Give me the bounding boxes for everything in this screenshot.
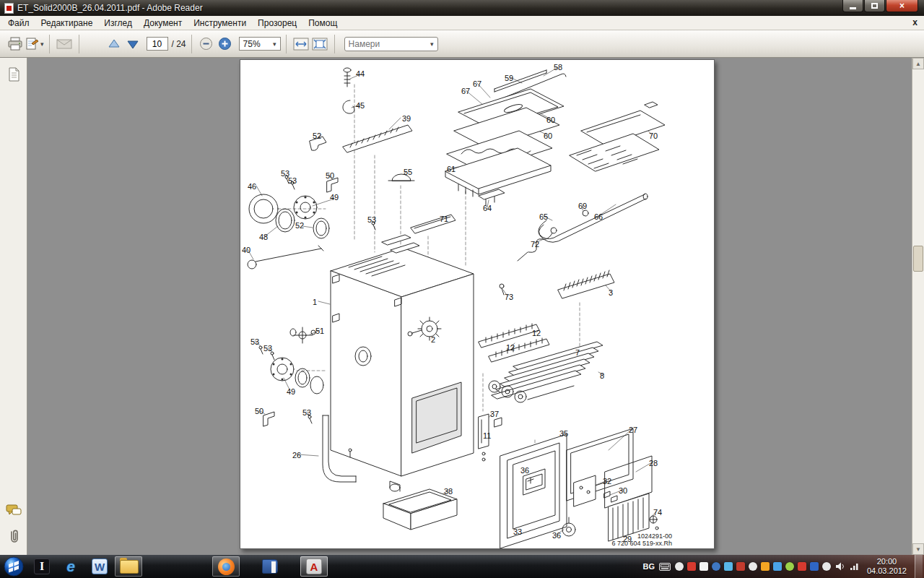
- tray-icon-9[interactable]: [773, 562, 782, 571]
- tray-icon-3[interactable]: [699, 562, 708, 571]
- part-label-48: 48: [259, 233, 268, 241]
- fit-page-icon: [312, 37, 328, 51]
- part-label-52: 52: [295, 222, 304, 230]
- start-button[interactable]: [0, 556, 27, 577]
- taskbar-app-adobe-reader[interactable]: A: [300, 556, 328, 577]
- windows-orb-icon: [4, 556, 24, 577]
- scrollbar-thumb[interactable]: [913, 246, 923, 272]
- volume-icon[interactable]: [835, 562, 845, 571]
- document-viewer[interactable]: 4445395253535055464953524840715859676760…: [0, 58, 924, 555]
- zoom-out-button[interactable]: [197, 34, 216, 54]
- part-label-7: 7: [575, 349, 580, 357]
- page-down-icon: [126, 38, 140, 51]
- previous-page-button[interactable]: [105, 34, 123, 54]
- part-label-11: 11: [483, 432, 491, 440]
- taskbar-app-explorer[interactable]: [115, 556, 142, 577]
- minimize-button[interactable]: [842, 0, 863, 12]
- part-label-32: 32: [603, 478, 611, 486]
- taskbar-app-internet-explorer[interactable]: e: [57, 556, 84, 577]
- tray-icon-6[interactable]: [736, 562, 745, 571]
- part-label-72: 72: [531, 241, 539, 249]
- language-indicator[interactable]: BG: [642, 562, 655, 571]
- next-page-button[interactable]: [123, 34, 142, 54]
- part-label-2: 2: [431, 336, 435, 344]
- comments-panel-icon[interactable]: [4, 501, 23, 520]
- clock-date: 04.03.2012: [867, 566, 907, 576]
- part-label-44: 44: [356, 70, 365, 78]
- pdf-page[interactable]: 4445395253535055464953524840715859676760…: [240, 59, 715, 549]
- tray-icon-7[interactable]: [749, 562, 757, 571]
- scroll-up-button[interactable]: ▲: [912, 58, 924, 69]
- fit-width-button[interactable]: [292, 34, 310, 54]
- attachments-panel-icon[interactable]: [4, 527, 23, 546]
- network-icon[interactable]: [850, 562, 860, 571]
- part-label-45: 45: [356, 102, 365, 110]
- tray-icon-1[interactable]: [675, 562, 684, 571]
- page-thumbnails-icon[interactable]: [4, 65, 23, 84]
- part-label-49: 49: [330, 194, 339, 202]
- part-label-73: 73: [505, 293, 513, 301]
- tray-icon-11[interactable]: [798, 562, 806, 571]
- part-label-50: 50: [255, 407, 263, 415]
- email-icon: [56, 38, 72, 50]
- tray-icon-5[interactable]: [724, 562, 733, 571]
- save-icon: [25, 37, 39, 51]
- keyboard-layout-icon[interactable]: [659, 563, 671, 571]
- zoom-in-button[interactable]: [216, 34, 235, 54]
- part-label-60: 60: [546, 116, 555, 124]
- part-label-12: 12: [506, 344, 515, 352]
- part-label-26: 26: [292, 452, 301, 460]
- search-caret-icon: ▾: [430, 40, 434, 48]
- taskbar: I e W A BG 20:00 04.03.2012: [0, 555, 924, 578]
- menu-window[interactable]: Прозорец: [252, 17, 302, 30]
- tray-icon-12[interactable]: [810, 562, 819, 571]
- part-label-65: 65: [539, 213, 548, 221]
- part-label-53: 53: [288, 177, 297, 185]
- menu-tools[interactable]: Инструменти: [188, 17, 252, 30]
- taskbar-app-reader-library[interactable]: [256, 556, 284, 577]
- tray-icon-10[interactable]: [785, 562, 794, 571]
- drawing-number: 1024291-00 6 720 604 519-xx.Rh: [611, 532, 672, 547]
- part-label-36: 36: [520, 467, 529, 475]
- save-copy-button[interactable]: ▾: [25, 34, 44, 54]
- close-icon: ×: [899, 1, 905, 11]
- part-label-51: 51: [315, 327, 324, 335]
- menu-view[interactable]: Изглед: [98, 17, 138, 30]
- part-label-59: 59: [505, 74, 513, 82]
- scroll-up-icon: ▲: [915, 61, 921, 67]
- menu-file[interactable]: Файл: [2, 17, 35, 30]
- zoom-in-icon: [218, 37, 232, 51]
- tray-icon-2[interactable]: [687, 562, 696, 571]
- maximize-button[interactable]: [864, 0, 885, 12]
- taskbar-app-firefox[interactable]: [212, 556, 240, 577]
- show-desktop-button[interactable]: [915, 555, 923, 578]
- scroll-down-button[interactable]: ▼: [912, 543, 924, 555]
- fit-width-icon: [293, 37, 309, 51]
- tray-icon-4[interactable]: [712, 562, 720, 571]
- toolbar-separator: [79, 35, 79, 53]
- menubar-close-icon[interactable]: х: [912, 17, 918, 27]
- fit-page-button[interactable]: [310, 34, 329, 54]
- vertical-scrollbar[interactable]: ▲ ▼: [912, 58, 924, 555]
- taskbar-clock[interactable]: 20:00 04.03.2012: [867, 557, 907, 576]
- taskbar-app-word[interactable]: W: [86, 556, 113, 577]
- caption-buttons: ×: [842, 0, 918, 12]
- tray-icon-8[interactable]: [761, 562, 770, 571]
- menu-help[interactable]: Помощ: [302, 17, 343, 30]
- toolbar-separator: [49, 35, 50, 53]
- printer-icon: [7, 37, 23, 51]
- firefox-icon: [218, 558, 235, 575]
- search-field[interactable]: ▾: [344, 37, 438, 51]
- part-label-74: 74: [653, 509, 662, 517]
- part-label-30: 30: [619, 487, 627, 495]
- print-button[interactable]: [6, 34, 25, 54]
- tray-icon-13[interactable]: [822, 562, 831, 571]
- taskbar-app-ime[interactable]: I: [28, 556, 56, 577]
- search-input[interactable]: [349, 39, 421, 49]
- page-number-input[interactable]: [147, 37, 168, 51]
- menu-edit[interactable]: Редактиране: [35, 17, 99, 30]
- zoom-level-select[interactable]: 75% ▾: [239, 37, 281, 51]
- menu-document[interactable]: Документ: [138, 17, 188, 30]
- system-tray: BG 20:00 04.03.2012: [642, 555, 924, 578]
- close-button[interactable]: ×: [886, 0, 918, 12]
